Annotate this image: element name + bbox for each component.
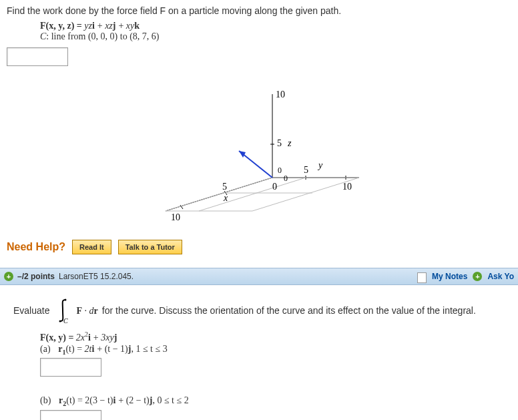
z-top: 10 [276,89,285,99]
g-o2: 0 [284,174,288,183]
q2-F: F [76,306,82,316]
q1-answer-input[interactable] [7,47,68,66]
r1-x: 2t [85,344,92,354]
notes-icon [417,272,427,283]
y-label: y [317,160,323,170]
my-notes-link[interactable]: My Notes [432,272,467,281]
z-mid: 5 [277,138,282,148]
q1-xz: xz [105,21,113,31]
integrand: F · dr [76,305,97,317]
svg-line-9 [199,178,306,211]
r2-plus: + [118,395,125,405]
a-answer-wrap [7,355,511,388]
q2-flhs: F(x, y) = [40,333,76,343]
q1-plus1: + [97,21,105,31]
r2-i: i [113,395,115,405]
b-answer-wrap [7,407,511,420]
question-1: Find the work done by the force field F … [0,0,518,268]
r1-paren: (t) = [65,344,84,354]
q2-evaluate-row: Evaluate C F · dr for the curve. Discuss… [13,297,511,324]
need-help-label: Need Help? [7,241,65,253]
y-mid: 5 [304,165,308,175]
r2-paren: (t) = [66,395,85,405]
expand-icon[interactable]: + [4,272,13,281]
q1-yz: yz [84,21,92,31]
q2-force: F(x, y) = 2x2i + 3xyj [7,331,511,343]
q2-fx: 2x [76,333,85,343]
y-far: 10 [342,182,352,192]
r2-y: (2 − t) [126,395,150,405]
svg-marker-12 [239,151,246,158]
r1-i: i [91,344,94,354]
int-sub: C [63,317,68,324]
svg-point-13 [65,299,67,301]
r1-plus: + [97,344,104,354]
ask-teacher-link[interactable]: Ask Yo [487,272,514,281]
q2-part-a: (a) r1(t) = 2ti + (t − 1)j, 1 ≤ t ≤ 3 [7,343,511,356]
b-bounds: 0 ≤ t ≤ 2 [157,395,188,405]
plus-icon-2[interactable]: + [473,272,482,281]
question-header-bar: + –/2 points LarsonET5 15.2.045. My Note… [0,268,518,285]
need-help-row: Need Help? Read It Talk to a Tutor [7,240,511,254]
b-label: (b) [40,395,51,405]
graph-3d: 10 5 z 0 0 0 5 y 10 5 x 10 [7,84,511,226]
x-label: x [223,193,228,203]
q2a-answer-input[interactable] [40,358,101,377]
a-bounds: 1 ≤ t ≤ 3 [136,344,167,354]
r1-y: (t − 1) [105,344,128,354]
q2-dr: r [94,306,98,316]
question-2: Evaluate C F · dr for the curve. Discuss… [0,285,518,420]
z-label: z [287,138,292,148]
q1-stem: Find the work done by the force field F … [7,5,511,16]
header-left: + –/2 points LarsonET5 15.2.045. [4,272,134,281]
q1-k: k [134,21,140,31]
g-o3: 0 [272,182,277,192]
x-mid: 5 [222,182,227,192]
q2b-answer-input[interactable] [40,410,101,420]
a-label: (a) [40,344,51,354]
integral-icon: C [53,297,72,324]
eval-word: Evaluate [13,305,49,316]
q1-xy: xy [126,21,134,31]
header-right: My Notes + Ask Yo [417,271,514,282]
ref-label: LarsonET5 15.2.045. [59,272,134,281]
q1-j: j [113,21,116,31]
read-it-button[interactable]: Read It [72,240,111,254]
q2-j: j [114,333,117,343]
q1-answer-wrap [7,42,511,77]
q1-force-lhs: F(x, y, z) = [40,21,84,31]
q2-fy: 3xy [101,333,113,343]
graph-svg: 10 5 z 0 0 0 5 y 10 5 x 10 [119,84,399,224]
r2-x: 2(3 − t) [85,395,113,405]
talk-to-tutor-button[interactable]: Talk to a Tutor [118,240,182,254]
q1-plus2: + [118,21,125,31]
q2-part-b: (b) r2(t) = 2(3 − t)i + (2 − t)j, 0 ≤ t … [7,395,511,407]
q2-i: i [88,333,91,343]
q1-stem-text: Find the work done by the force field F … [7,5,341,16]
q2-dot: · [82,306,89,316]
q1-force: F(x, y, z) = yzi + xzj + xyk [7,20,511,31]
svg-point-14 [59,321,61,323]
g-o1: 0 [278,166,282,175]
x-far: 10 [171,212,180,222]
points-label: –/2 points [17,272,55,281]
q2-rest: for the curve. Discuss the orientation o… [102,305,476,316]
q1-i: i [92,21,95,31]
q1-path: C: line from (0, 0, 0) to (8, 7, 6) [7,31,511,42]
q2-plus: + [93,333,101,343]
svg-marker-8 [166,178,359,211]
